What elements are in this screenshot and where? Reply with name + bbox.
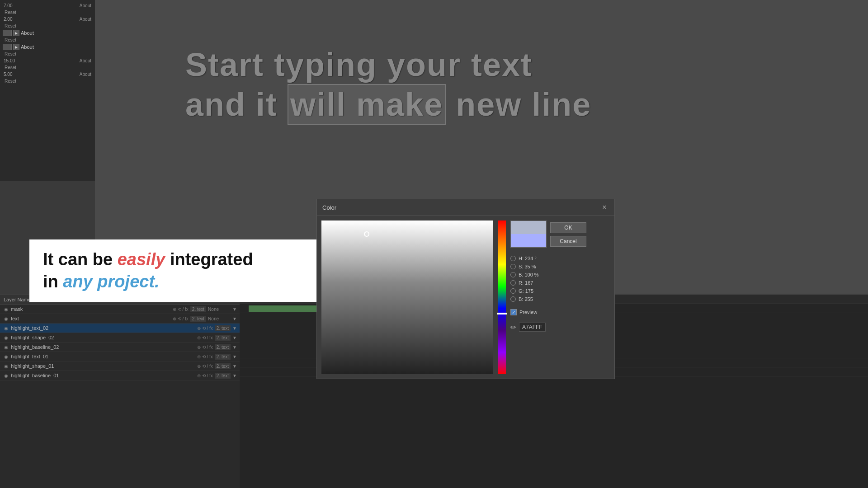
color-preview [510,221,547,248]
layer-tag: 2. text [215,354,231,360]
s-row: S: 35 % [510,264,610,269]
layer-tag: 2. text [190,316,206,322]
layer-name: highlight_shape_02 [11,335,195,340]
swatch-arrow-1[interactable]: ▶ [13,30,19,36]
layer-visibility-icon[interactable]: ◉ [3,325,9,331]
canvas-text-line2-highlight: will make [288,84,446,125]
reset-btn-6[interactable]: Reset [4,79,17,84]
about-btn-5[interactable]: About [80,58,91,63]
layers-panel: Layer Name ◉ mask ⊕ ⟲ / fx 2. text None … [0,295,240,488]
s-label: S: 35 % [519,264,546,269]
g-row: G: 175 [510,288,610,294]
layer-name: highlight_shape_01 [11,363,195,369]
layer-row[interactable]: ◉ highlight_shape_01 ⊕ ⟲ / fx 2. text ▼ [0,361,240,371]
eyedropper-icon[interactable]: ✏ [510,323,516,332]
layer-row[interactable]: ◉ highlight_baseline_02 ⊕ ⟲ / fx 2. text… [0,343,240,352]
promo-line2-highlight: any project. [63,272,159,291]
cancel-button[interactable]: Cancel [550,236,586,247]
hex-row: ✏ A7AFFF [510,323,610,332]
layer-row[interactable]: ◉ highlight_text_02 ⊕ ⟲ / fx 2. text ▼ [0,324,240,333]
preview-label: Preview [519,310,537,315]
layer-visibility-icon[interactable]: ◉ [3,306,9,312]
canvas-text-line2-before: and it [185,86,288,122]
reset-btn-2[interactable]: Reset [4,23,17,28]
param-reset-6: Reset [3,78,92,84]
layer-mode: None [208,316,231,321]
layer-visibility-icon[interactable]: ◉ [3,363,9,369]
g-label: G: 175 [519,288,546,294]
layer-tag: 2. text [215,335,231,341]
preview-checkbox[interactable]: ✓ [510,309,517,315]
about-btn-6[interactable]: About [80,72,91,77]
hex-value[interactable]: A7AFFF [519,323,546,332]
layer-row[interactable]: ◉ highlight_baseline_01 ⊕ ⟲ / fx 2. text… [0,371,240,380]
layer-icons: ⊕ ⟲ / fx [197,326,213,331]
layer-dropdown[interactable]: ▼ [232,345,237,350]
color-swatch-1[interactable] [3,30,12,36]
dialog-close-button[interactable]: × [600,203,609,212]
layer-icons: ⊕ ⟲ / fx [197,364,213,369]
s-radio[interactable] [510,264,516,269]
layer-visibility-icon[interactable]: ◉ [3,344,9,350]
ok-button[interactable]: OK [550,222,586,233]
layer-row[interactable]: ◉ text ⊕ ⟲ / fx 2. text None ▼ [0,314,240,324]
dialog-titlebar: Color × [317,199,614,216]
layer-icons: ⊕ ⟲ / fx [197,354,213,359]
g-radio[interactable] [510,288,516,294]
h-radio[interactable] [510,256,516,261]
promo-line1-after: integrated [165,250,253,269]
layer-tag: 2. text [215,363,231,369]
layer-dropdown[interactable]: ▼ [232,326,237,331]
layer-visibility-icon[interactable]: ◉ [3,334,9,341]
color-picker-cursor [364,231,369,237]
reset-btn-5[interactable]: Reset [4,65,17,70]
about-btn-1[interactable]: About [80,3,91,8]
layer-dropdown[interactable]: ▼ [232,364,237,369]
param-row-2: 2.00 About [3,16,92,22]
b-label: B: 100 % [519,272,546,277]
about-btn-4[interactable]: About [21,44,34,50]
layer-dropdown[interactable]: ▼ [232,354,237,359]
param-value-2: 2.00 [4,17,12,22]
hsb-controls: H: 234 ° S: 35 % B: 100 % R: 167 G: 175 [510,256,610,302]
layer-name: highlight_baseline_02 [11,344,195,350]
layer-name: text [11,316,171,321]
reset-btn-3[interactable]: Reset [4,38,17,42]
layer-row[interactable]: ◉ highlight_text_01 ⊕ ⟲ / fx 2. text ▼ [0,352,240,361]
layer-dropdown[interactable]: ▼ [232,373,237,378]
swatch-row-2: ▶ About [3,44,92,50]
hue-slider[interactable] [498,221,506,374]
layer-dropdown[interactable]: ▼ [232,316,237,321]
layer-row[interactable]: ◉ mask ⊕ ⟲ / fx 2. text None ▼ [0,305,240,314]
param-value-5: 15.00 [4,58,15,63]
layer-visibility-icon[interactable]: ◉ [3,353,9,360]
swatch-row-1: ▶ About [3,30,92,36]
reset-btn-4[interactable]: Reset [4,52,17,56]
canvas-text-line2-after: new line [446,86,591,122]
layer-visibility-icon[interactable]: ◉ [3,372,9,379]
reset-btn-1[interactable]: Reset [4,10,17,15]
layer-dropdown[interactable]: ▼ [232,307,237,312]
promo-overlay: It can be easily integrated in any proje… [29,239,319,302]
layer-icons: ⊕ ⟲ / fx [173,307,189,312]
b-radio[interactable] [510,272,516,277]
layer-row[interactable]: ◉ highlight_shape_02 ⊕ ⟲ / fx 2. text ▼ [0,333,240,343]
promo-text: It can be easily integrated in any proje… [43,249,305,293]
bval-radio[interactable] [510,296,516,302]
layer-dropdown[interactable]: ▼ [232,335,237,340]
about-btn-3[interactable]: About [21,30,34,36]
param-value-6: 5.00 [4,72,12,77]
about-btn-2[interactable]: About [80,17,91,22]
dialog-buttons: OK Cancel [550,222,586,247]
promo-line2-before: in [43,272,63,291]
swatch-arrow-2[interactable]: ▶ [13,44,19,50]
layer-visibility-icon[interactable]: ◉ [3,315,9,322]
color-picker-gradient[interactable] [321,221,493,374]
layer-icons: ⊕ ⟲ / fx [173,316,189,321]
promo-line1-highlight: easily [118,250,165,269]
color-swatch-2[interactable] [3,44,12,50]
r-radio[interactable] [510,280,516,286]
param-reset-1: Reset [3,9,92,15]
layer-tag: 2. text [215,325,231,331]
canvas-text-display: Start typing your text and it will make … [185,45,868,125]
